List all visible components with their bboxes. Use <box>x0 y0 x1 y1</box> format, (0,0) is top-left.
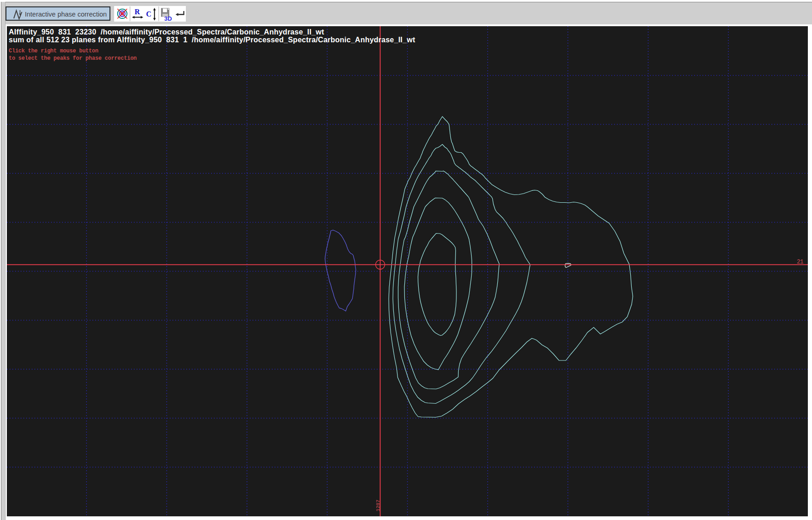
svg-text:AIffinity_950 831 23230 /ho: AIffinity_950 831 23230 /home/aiffinity/… <box>9 28 324 36</box>
svg-text:R: R <box>135 8 140 16</box>
svg-text:1287: 1287 <box>375 500 381 512</box>
svg-text:Click the right mouse button: Click the right mouse button <box>9 48 98 54</box>
svg-text:sum of all 512 23 planes from: sum of all 512 23 planes from AIffinity_… <box>9 36 415 44</box>
svg-text:3D: 3D <box>164 15 172 22</box>
svg-text:21: 21 <box>797 259 803 265</box>
svg-text:C: C <box>146 10 152 18</box>
svg-text:to select the peaks for phase: to select the peaks for phase correction <box>9 55 137 62</box>
